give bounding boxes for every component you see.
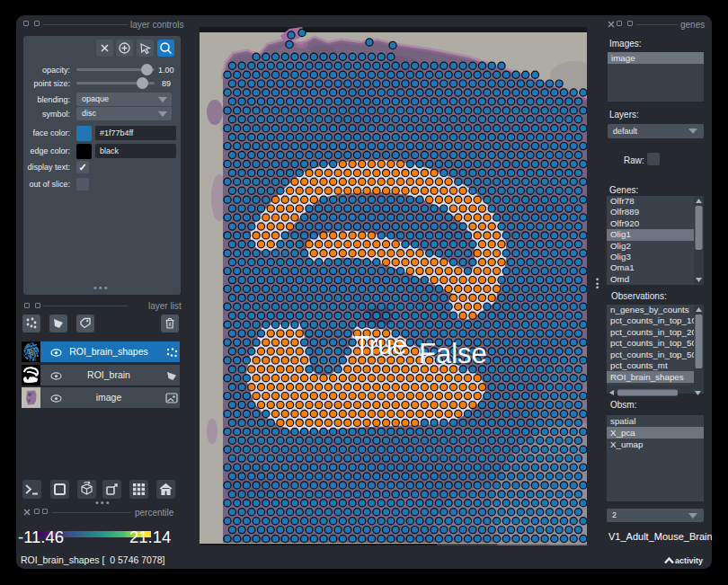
svg-text:False: False [419,338,487,369]
svg-text:True: True [354,331,407,359]
